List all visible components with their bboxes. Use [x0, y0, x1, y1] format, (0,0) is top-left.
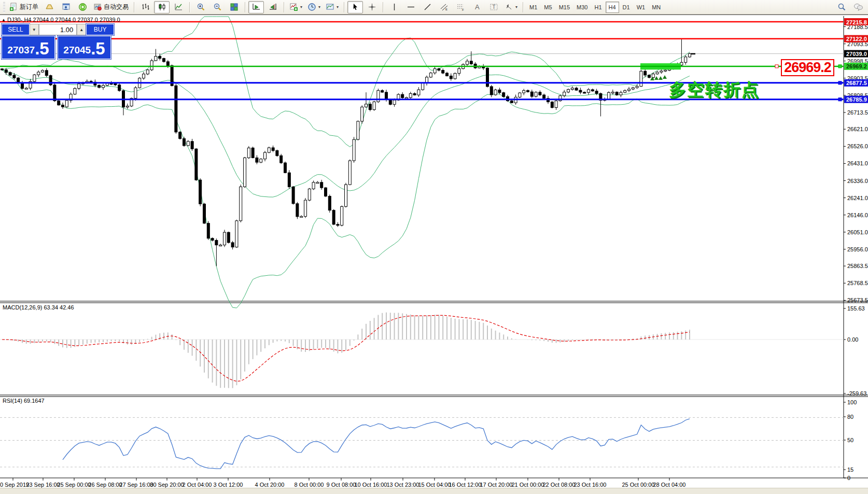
chevron-down-icon: ▾ [337, 5, 339, 9]
periods-button[interactable]: ▾ [305, 1, 323, 13]
timeframe-d1-button[interactable]: D1 [620, 2, 633, 13]
buy-button[interactable]: BUY [86, 24, 114, 35]
toolbar-grip[interactable] [3, 2, 5, 12]
bars-chart-button[interactable] [137, 1, 153, 13]
svg-text:0.00: 0.00 [847, 336, 858, 343]
volume-input[interactable]: 1.00 [39, 24, 77, 35]
chart-title: DJ30-,H4 27044.0 27044.0 27037.0 27039.0 [7, 17, 120, 23]
text-button[interactable]: A [469, 1, 485, 13]
time-axis-label: 9 Oct 08:00 [327, 482, 356, 488]
timeframe-m5-button[interactable]: M5 [541, 2, 555, 13]
crosshair-button[interactable] [364, 1, 380, 13]
line-chart-button[interactable] [171, 1, 186, 13]
svg-text:A: A [475, 3, 480, 11]
price-callout-box[interactable]: 26969.2 [781, 59, 834, 76]
svg-text:26146.0: 26146.0 [847, 212, 868, 218]
time-axis-label: 22 Oct 08:00 [543, 482, 576, 488]
new-order-button[interactable]: 新订单 [7, 1, 40, 13]
svg-text:50: 50 [847, 437, 853, 443]
svg-text:27122.0: 27122.0 [846, 36, 867, 42]
search-icon [837, 3, 846, 11]
time-axis-label: 10 Oct 16:00 [355, 482, 387, 488]
volume-increase-button[interactable]: ▲ [77, 24, 86, 35]
chevron-down-icon: ▾ [515, 5, 517, 9]
chevron-down-icon: ▾ [318, 5, 320, 9]
autoscroll-button[interactable] [248, 1, 264, 13]
label-icon: T [489, 3, 498, 11]
channel-button[interactable]: E [436, 1, 452, 13]
horizontal-line-icon [407, 3, 415, 11]
time-axis-label: 25 Oct 00:00 [622, 482, 655, 488]
sell-price: 27037 [7, 44, 35, 57]
window-bottom-strip [0, 488, 868, 494]
search-button[interactable] [834, 1, 849, 13]
timeframe-h1-button[interactable]: H1 [591, 2, 605, 13]
periods-icon [307, 3, 316, 11]
templates-icon [326, 3, 334, 11]
zoom-out-button[interactable] [209, 1, 225, 13]
volume-decrease-button[interactable]: ▼ [30, 24, 39, 35]
svg-text:155.63: 155.63 [847, 305, 865, 312]
arrows-icon [505, 3, 513, 11]
autotrading-button[interactable]: 自动交易 [91, 1, 131, 13]
time-axis-label: 20 Sep 2019 [0, 482, 29, 488]
horizontal-line-button[interactable] [403, 1, 418, 13]
pivot-annotation-text[interactable]: 多空转折点 [669, 78, 760, 102]
time-axis-label: 26 Sep 08:00 [88, 482, 122, 488]
toolbar: 新订单 自动交易 [0, 0, 868, 15]
chart-window[interactable]: ▲ DJ30-,H4 27044.0 27044.0 27037.0 27039… [0, 15, 868, 488]
svg-text:26526.0: 26526.0 [847, 143, 868, 149]
svg-text:E: E [445, 8, 447, 11]
signals-icon [78, 3, 87, 11]
chat-icon [853, 3, 863, 11]
timeframe-h4-button[interactable]: H4 [606, 2, 619, 13]
tile-windows-icon [230, 3, 239, 11]
time-axis-label: 2 Oct 04:00 [183, 482, 212, 488]
sell-price-button[interactable]: 27037.5 [2, 36, 55, 59]
time-axis-label: 16 Oct 12:00 [449, 482, 482, 488]
cursor-button[interactable] [347, 1, 363, 13]
market-watch-button[interactable] [58, 1, 74, 13]
buy-price-button[interactable]: 27045.5 [58, 36, 111, 59]
label-button[interactable]: T [486, 1, 501, 13]
trendline-icon [423, 3, 432, 11]
svg-text:26877.5: 26877.5 [846, 80, 867, 86]
line-chart-icon [174, 3, 183, 11]
buy-price: 27045 [63, 44, 91, 57]
svg-text:25768.5: 25768.5 [847, 280, 868, 286]
candles-icon [158, 3, 166, 11]
time-axis-label: 4 Oct 20:00 [255, 482, 285, 488]
mt4-window: 新订单 自动交易 [0, 0, 868, 494]
timeframe-m1-button[interactable]: M1 [526, 2, 540, 13]
autoscroll-icon [252, 3, 261, 11]
zoom-out-icon [213, 3, 222, 11]
timeframe-m30-button[interactable]: M30 [573, 2, 591, 13]
tile-windows-button[interactable] [226, 1, 242, 13]
chart-shift-button[interactable] [265, 1, 281, 13]
arrows-button[interactable]: ▾ [502, 1, 520, 13]
timeframe-mn-button[interactable]: MN [649, 2, 664, 13]
zoom-in-button[interactable] [193, 1, 208, 13]
svg-text:-259.63: -259.63 [847, 390, 866, 397]
chat-button[interactable] [850, 1, 866, 13]
new-order-label: 新订单 [20, 3, 38, 11]
time-axis-label: 8 Oct 00:00 [295, 482, 324, 488]
vertical-line-button[interactable] [386, 1, 402, 13]
timeframe-w1-button[interactable]: W1 [634, 2, 649, 13]
signals-button[interactable] [75, 1, 90, 13]
sell-button[interactable]: SELL [2, 24, 30, 35]
profiles-button[interactable] [41, 1, 57, 13]
indicators-button[interactable]: ▾ [287, 1, 304, 13]
candles-chart-button[interactable] [154, 1, 170, 13]
new-order-icon [9, 3, 18, 11]
profiles-icon [45, 3, 54, 11]
templates-button[interactable]: ▾ [324, 1, 341, 13]
fibonacci-button[interactable]: F [453, 1, 468, 13]
channel-icon: E [440, 3, 449, 11]
svg-text:26621.0: 26621.0 [847, 126, 868, 132]
svg-text:25673.5: 25673.5 [847, 297, 868, 303]
time-axis-label: 30 Sep 20:00 [150, 482, 184, 488]
time-axis-label: 27 Sep 16:00 [119, 482, 153, 488]
timeframe-m15-button[interactable]: M15 [556, 2, 573, 13]
trendline-button[interactable] [419, 1, 435, 13]
